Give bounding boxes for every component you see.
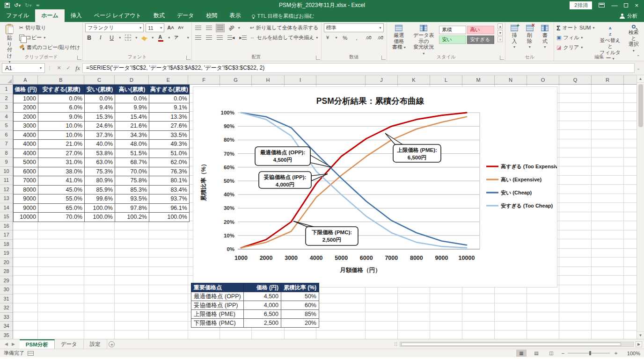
sheet-tab-データ[interactable]: データ	[55, 339, 84, 349]
currency-format-icon[interactable]: ￥	[324, 34, 332, 42]
data-table[interactable]: 価格 (円)安すぎる(累積)安い(累積)高い(累積)高すぎる(累積)10000.…	[13, 85, 190, 222]
increase-font-icon[interactable]: A˄	[166, 24, 175, 32]
font-size-combo[interactable]: 11▾	[146, 23, 164, 32]
data-cell[interactable]: 68.7%	[115, 158, 149, 167]
row-header[interactable]: 7	[0, 139, 13, 149]
horizontal-scroll-thumb[interactable]	[401, 343, 621, 346]
data-cell[interactable]: 53.8%	[85, 149, 115, 158]
data-cell[interactable]: 65.0%	[38, 203, 85, 213]
alignment-dialog-launcher-icon[interactable]	[316, 56, 320, 60]
column-header[interactable]: K	[398, 75, 430, 85]
data-table-header-cell[interactable]: 高すぎる(累積)	[149, 85, 190, 94]
data-cell[interactable]: 76.3%	[149, 167, 190, 176]
row-header[interactable]: 12	[0, 185, 13, 194]
sheet-tab-設定[interactable]: 設定	[84, 339, 107, 349]
decrease-decimal-icon[interactable]: .00⃗	[376, 34, 384, 42]
formula-bar-expand-icon[interactable]: ⌄	[635, 66, 642, 71]
column-header[interactable]: E	[149, 75, 188, 85]
row-header[interactable]: 6	[0, 130, 13, 140]
zoom-out-icon[interactable]: −	[561, 350, 564, 357]
row-header[interactable]: 3	[0, 103, 13, 112]
data-cell[interactable]: 7000	[14, 176, 38, 186]
chart-object[interactable]: 0%10%20%30%40%50%60%70%80%90%100%1000200…	[193, 86, 557, 287]
row-header[interactable]: 20	[0, 258, 13, 267]
styles-scroll-up-icon[interactable]: ▴	[498, 23, 503, 29]
data-cell[interactable]: 100.0%	[85, 213, 115, 222]
zoom-slider[interactable]	[568, 353, 610, 353]
row-header[interactable]: 4	[0, 112, 13, 122]
data-cell[interactable]: 62.0%	[149, 158, 190, 167]
data-table-header-cell[interactable]: 安い(累積)	[85, 85, 115, 94]
scroll-down-icon[interactable]: ▼	[637, 331, 644, 339]
data-cell[interactable]: 0.0%	[149, 94, 190, 103]
align-left-icon[interactable]	[194, 34, 202, 42]
tab-review[interactable]: 校閲	[200, 9, 224, 22]
data-cell[interactable]: 40.0%	[85, 140, 115, 149]
data-cell[interactable]: 9.4%	[85, 103, 115, 113]
data-cell[interactable]: 27.6%	[149, 122, 190, 131]
data-cell[interactable]: 3000	[14, 122, 38, 131]
font-dialog-launcher-icon[interactable]	[186, 56, 190, 60]
data-cell[interactable]: 6.0%	[38, 103, 85, 113]
row-header[interactable]: 2	[0, 94, 13, 103]
data-cell[interactable]: 2000	[14, 103, 38, 113]
data-cell[interactable]: 80.9%	[85, 176, 115, 186]
row-header[interactable]: 8	[0, 149, 13, 158]
row-header[interactable]: 19	[0, 249, 13, 258]
number-dialog-launcher-icon[interactable]	[381, 56, 386, 60]
data-cell[interactable]: 37.3%	[85, 130, 115, 140]
align-center-icon[interactable]	[205, 34, 213, 42]
ribbon-display-options-icon[interactable]	[599, 3, 605, 7]
normal-view-icon[interactable]: ▦	[516, 350, 527, 357]
row-header[interactable]: 11	[0, 176, 13, 185]
account-name[interactable]: 分析	[613, 10, 644, 22]
number-format-combo[interactable]: 標準▾	[324, 23, 384, 32]
column-header[interactable]: D	[115, 75, 149, 85]
zoom-slider-thumb[interactable]	[589, 351, 591, 355]
data-cell[interactable]: 10.0%	[38, 122, 85, 131]
align-bottom-icon[interactable]	[216, 24, 225, 32]
column-header[interactable]: M	[462, 75, 495, 85]
increase-indent-icon[interactable]: ▸	[238, 34, 248, 42]
align-top-icon[interactable]	[194, 24, 202, 32]
row-header[interactable]: 30	[0, 285, 13, 294]
data-cell[interactable]: 80.1%	[149, 176, 190, 186]
data-cell[interactable]: 41.0%	[38, 176, 85, 186]
sheet-tab-PSM分析[interactable]: PSM分析	[20, 339, 55, 349]
data-cell[interactable]: 4000	[14, 130, 38, 140]
increase-decimal-icon[interactable]: .00⃖	[365, 34, 373, 42]
restore-button[interactable]	[624, 3, 628, 7]
tab-page-layout[interactable]: ページ レイアウト	[88, 9, 147, 22]
column-header[interactable]: J	[366, 75, 398, 85]
enter-formula-icon[interactable]: ✓	[64, 65, 73, 71]
data-cell[interactable]: 96.1%	[149, 203, 190, 213]
column-header[interactable]: H	[252, 75, 285, 85]
cut-button[interactable]: ✂ 切り取り	[19, 23, 80, 32]
find-select-button[interactable]: 検索と選択 ▾	[626, 23, 642, 55]
styles-scroll-down-icon[interactable]: ▾	[498, 30, 503, 36]
column-header[interactable]: I	[285, 75, 316, 85]
column-header[interactable]: R	[592, 75, 624, 85]
name-box-dropdown-icon[interactable]: ▾	[40, 66, 42, 70]
row-header[interactable]: 5	[0, 121, 13, 130]
column-header[interactable]: C	[84, 75, 115, 85]
clear-button[interactable]: ◪ クリア ▾	[556, 43, 594, 52]
orientation-icon[interactable]: ab	[227, 24, 235, 32]
data-cell[interactable]: 4000	[14, 149, 38, 158]
data-cell[interactable]: 55.0%	[38, 194, 85, 204]
data-cell[interactable]: 0.0%	[85, 94, 115, 103]
data-cell[interactable]: 24.6%	[85, 122, 115, 131]
row-header[interactable]: 29	[0, 276, 13, 286]
cell-style-chip[interactable]: 高い	[467, 26, 494, 34]
row-header[interactable]: 31	[0, 294, 13, 304]
share-badge[interactable]: 2排消	[570, 1, 592, 9]
percent-style-icon[interactable]: %	[341, 34, 349, 42]
data-cell[interactable]: 100.2%	[115, 213, 149, 222]
data-cell[interactable]: 2000	[14, 112, 38, 122]
undo-icon[interactable]: ↺▾	[14, 2, 21, 8]
row-header[interactable]: 14	[0, 203, 13, 213]
copy-button[interactable]: コピー ▾	[19, 33, 80, 42]
column-header[interactable]: Q	[559, 75, 592, 85]
data-cell[interactable]: 9.9%	[115, 103, 149, 113]
data-cell[interactable]: 21.6%	[115, 122, 149, 131]
